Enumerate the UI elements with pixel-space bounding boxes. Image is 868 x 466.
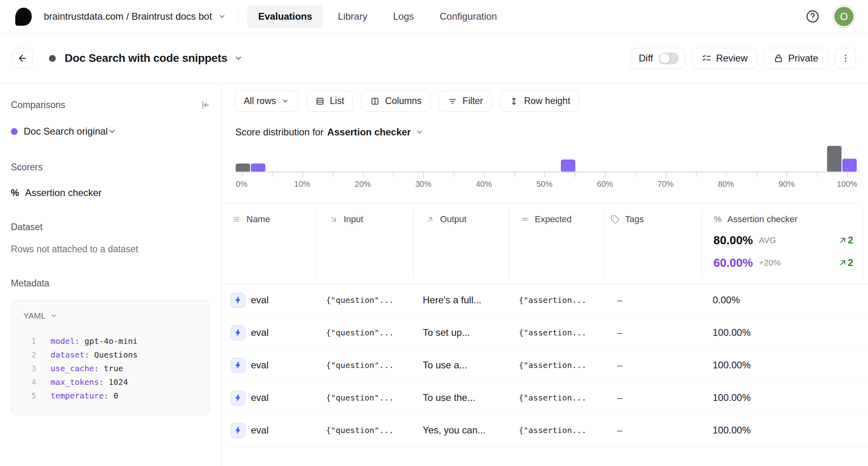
percent-icon: %: [11, 188, 19, 198]
table-row[interactable]: eval {"question"... To use the... {"asse…: [225, 382, 868, 414]
improvements-badge[interactable]: 2: [839, 235, 853, 246]
collapse-sidebar-button[interactable]: [200, 100, 210, 110]
columns-button[interactable]: Columns: [361, 90, 430, 112]
row-output: To use a...: [413, 360, 509, 371]
axis-tick-label: 90%: [778, 180, 795, 189]
histogram-bar: [236, 164, 250, 172]
metadata-heading: Metadata: [11, 278, 210, 289]
experiment-title-dropdown[interactable]: Doc Search with code snippets: [65, 52, 243, 65]
yaml-value: gpt-4o-mini: [84, 334, 137, 348]
table-row[interactable]: eval {"question"... To use a... {"assert…: [225, 349, 868, 382]
column-divider: [863, 208, 863, 279]
axis-tick: [635, 172, 636, 177]
column-header-output[interactable]: Output: [426, 214, 467, 225]
yaml-code-line: 5temperature: 0: [11, 389, 210, 403]
help-icon: [805, 9, 820, 24]
results-table: Name Input Output: [225, 203, 868, 447]
row-expected: {"assertion...: [509, 425, 604, 435]
improvements-badge[interactable]: 2: [839, 257, 853, 268]
row-score: 100.00%: [702, 425, 863, 436]
nav-divider: [238, 8, 238, 25]
histogram-bar: [842, 159, 857, 172]
column-header-assertion-checker[interactable]: % Assertion checker: [714, 214, 797, 225]
chevron-down-icon: [414, 128, 424, 136]
diff-toggle[interactable]: Diff: [630, 48, 685, 69]
column-header-name[interactable]: Name: [232, 214, 270, 225]
aggregate-note: +20%: [759, 258, 780, 268]
private-button[interactable]: Private: [764, 48, 828, 69]
tab-configuration[interactable]: Configuration: [429, 5, 508, 28]
row-input: {"question"...: [316, 393, 413, 403]
axis-tick: [786, 172, 787, 177]
axis-tick-label: 30%: [415, 180, 431, 189]
filter-button[interactable]: Filter: [439, 90, 492, 112]
yaml-key: max_tokens: [51, 375, 99, 389]
tab-logs[interactable]: Logs: [382, 5, 425, 28]
more-options-button[interactable]: [835, 48, 856, 69]
row-name: eval: [251, 392, 269, 403]
row-name: eval: [251, 360, 269, 371]
review-button[interactable]: Review: [692, 48, 758, 69]
column-header-input[interactable]: Input: [329, 214, 363, 225]
yaml-language-select[interactable]: YAML: [11, 311, 210, 321]
yaml-code: 1model: gpt-4o-mini2dataset: Questions3u…: [11, 334, 210, 403]
row-height-button[interactable]: Row height: [500, 90, 579, 112]
row-expected: {"assertion...: [509, 295, 604, 305]
arrows-up-down-icon: [509, 96, 519, 106]
axis-tick: [484, 172, 485, 177]
braintrust-logo[interactable]: [15, 8, 32, 26]
filter-lines-icon: [448, 96, 457, 106]
avatar-initial: O: [840, 11, 848, 22]
project-breadcrumb[interactable]: braintrustdata.com / Braintrust docs bot: [44, 11, 226, 22]
help-button[interactable]: [805, 9, 820, 24]
axis-tick: [817, 172, 818, 177]
row-input: {"question"...: [316, 425, 413, 435]
eval-span-icon: [230, 325, 245, 340]
table-row[interactable]: eval {"question"... Yes, you can... {"as…: [225, 414, 868, 447]
aggregate-current: 80.00% AVG 2: [713, 230, 863, 250]
yaml-key: temperature: [51, 389, 104, 403]
tab-evaluations[interactable]: Evaluations: [247, 5, 323, 28]
yaml-key: model: [51, 334, 75, 348]
axis-tick: [242, 172, 242, 177]
axis-tick-label: 70%: [658, 180, 674, 189]
tab-library[interactable]: Library: [327, 5, 378, 28]
line-number: 3: [26, 362, 36, 375]
lock-icon: [774, 53, 783, 63]
aggregate-value: 80.00%: [713, 234, 753, 247]
axis-tick-label: 80%: [718, 180, 734, 189]
arrow-up-right-icon: [426, 215, 434, 224]
axis-tick: [272, 172, 273, 177]
column-divider: [604, 208, 605, 279]
avatar[interactable]: O: [834, 7, 854, 26]
score-distribution-prefix: Score distribution for: [235, 127, 324, 138]
yaml-language-label: YAML: [23, 311, 46, 321]
arrow-left-icon: [17, 53, 28, 63]
columns-label: Columns: [385, 96, 422, 106]
scorer-item[interactable]: % Assertion checker: [11, 187, 210, 198]
row-name: eval: [251, 425, 269, 436]
column-divider: [702, 208, 702, 279]
list-view-button[interactable]: List: [306, 90, 353, 112]
row-tags: –: [604, 392, 702, 403]
comparison-dot: [11, 128, 18, 135]
column-header-tags[interactable]: Tags: [611, 214, 644, 225]
row-expected: {"assertion...: [509, 393, 604, 403]
row-tags: –: [604, 425, 702, 436]
metadata-yaml-box: YAML 1model: gpt-4o-mini2dataset: Questi…: [11, 300, 210, 415]
histogram-bar: [251, 164, 265, 172]
score-distribution-select[interactable]: Score distribution for Assertion checker: [235, 127, 424, 138]
all-rows-filter-button[interactable]: All rows: [235, 90, 298, 112]
row-height-label: Row height: [524, 96, 570, 106]
arrow-down-right-icon: [329, 215, 338, 224]
table-row[interactable]: eval {"question"... To set up... {"asser…: [225, 317, 868, 349]
yaml-value: 1024: [109, 375, 128, 389]
column-header-expected[interactable]: Expected: [520, 214, 572, 225]
axis-tick: [847, 172, 848, 177]
table-row[interactable]: eval {"question"... Here's a full... {"a…: [225, 284, 868, 317]
column-divider: [509, 208, 509, 279]
header-actions: Diff Review Private: [630, 48, 856, 69]
comparison-experiment-select[interactable]: Doc Search original: [11, 126, 210, 137]
back-button[interactable]: [12, 48, 33, 69]
axis-tick-label: 0%: [236, 180, 248, 189]
